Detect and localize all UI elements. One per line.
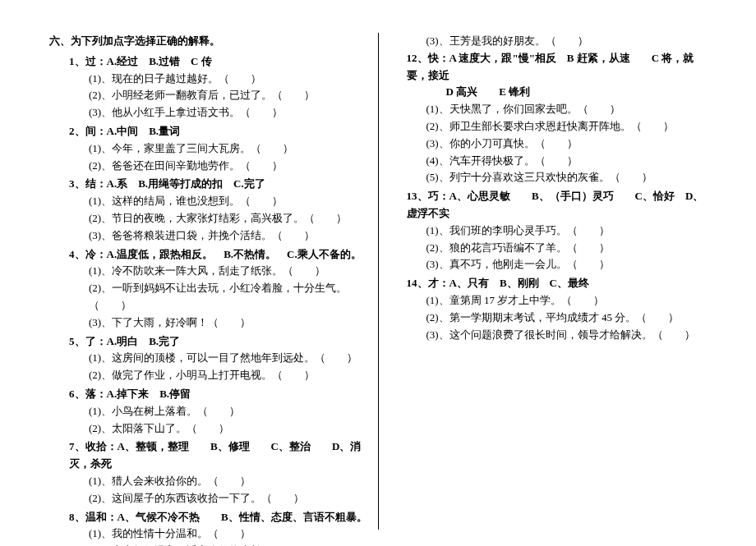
question-head: 6、落：A.掉下来 B.停留 <box>49 386 370 403</box>
question-head: 14、才：A、只有 B、刚刚 C、最终 <box>387 275 708 292</box>
question-sub: (1)、猎人会来收拾你的。（ ） <box>49 473 370 490</box>
question-block: 2、间：A.中间 B.量词(1)、今年，家里盖了三间大瓦房。（ ）(2)、爸爸还… <box>49 123 370 174</box>
question-sub: (1)、今年，家里盖了三间大瓦房。（ ） <box>49 140 370 158</box>
question-sub: (1)、我的性情十分温和。（ ） <box>49 525 370 543</box>
question-sub: (3)、下了大雨，好冷啊！（ ） <box>49 314 370 332</box>
question-sub: (2)、小明经老师一翻教育后，已过了。（ ） <box>49 87 370 104</box>
question-block: 8、温和：A、气候不冷不热 B、性情、态度、言语不粗暴。(1)、我的性情十分温和… <box>49 509 370 546</box>
question-sub: (3)、他从小红手上拿过语文书。（ ） <box>49 104 370 122</box>
question-head: 4、冷：A.温度低，跟热相反。 B.不热情。 C.乘人不备的。 <box>49 246 370 264</box>
question-sub: (1)、童第周 17 岁才上中学。（ ） <box>387 292 708 310</box>
question-block: 4、冷：A.温度低，跟热相反。 B.不热情。 C.乘人不备的。(1)、冷不防吹来… <box>49 246 370 332</box>
left-column: 六、为下列加点字选择正确的解释。 1、过：A.经过 B.过错 C 传(1)、现在… <box>41 33 379 530</box>
right-column: (3)、王芳是我的好朋友。（ ）12、快：A 速度大，跟"慢"相反 B 赶紧，从… <box>379 33 716 530</box>
question-sub: (2)、一听到妈妈不让出去玩，小红冷着脸，十分生气。（ ） <box>49 280 370 314</box>
question-head: 1、过：A.经过 B.过错 C 传 <box>49 53 370 71</box>
question-head: 3、结：A.系 B.用绳等打成的扣 C.完了 <box>49 176 370 193</box>
question-sub: (3)、你的小刀可真快。（ ） <box>387 135 708 153</box>
question-sub: (1)、冷不防吹来一阵大风，刮走了纸张。（ ） <box>49 263 370 280</box>
question-block: 7、收拾：A、整顿，整理 B、修理 C、整治 D、消灭，杀死(1)、猎人会来收拾… <box>49 438 370 507</box>
question-head-cont: D 高兴 E 锋利 <box>387 84 708 101</box>
question-block: 12、快：A 速度大，跟"慢"相反 B 赶紧，从速 C 将，就要，接近D 高兴 … <box>387 50 708 186</box>
question-sub: (3)、爸爸将粮装进口袋，并挽个活结。（ ） <box>49 227 370 245</box>
question-head: 13、巧：A、心思灵敏 B、（手口）灵巧 C、恰好 D、虚浮不实 <box>387 188 708 223</box>
question-sub: (5)、列宁十分喜欢这三只欢快的灰雀。（ ） <box>387 169 708 186</box>
question-sub: (1)、天快黑了，你们回家去吧。（ ） <box>387 101 708 118</box>
question-sub: (3)、这个问题浪费了很长时间，领导才给解决。（ ） <box>387 327 708 344</box>
question-head: 7、收拾：A、整顿，整理 B、修理 C、整治 D、消灭，杀死 <box>49 438 370 473</box>
question-sub: (2)、这间屋子的东西该收拾一下了。（ ） <box>49 490 370 507</box>
question-sub: (4)、汽车开得快极了。（ ） <box>387 153 708 170</box>
question-sub: (2)、第一学期期末考试，平均成绩才 45 分。（ ） <box>387 310 708 327</box>
question-sub: (2)、太阳落下山了。（ ） <box>49 420 370 438</box>
question-sub: (1)、这样的结局，谁也没想到。（ ） <box>49 193 370 210</box>
question-head: 12、快：A 速度大，跟"慢"相反 B 赶紧，从速 C 将，就要，接近 <box>387 50 708 85</box>
question-sub: (1)、现在的日子越过越好。（ ） <box>49 71 370 88</box>
question-head: 2、间：A.中间 B.量词 <box>49 123 370 140</box>
question-sub: (2)、做完了作业，小明马上打开电视。（ ） <box>49 367 370 384</box>
section-title: 六、为下列加点字选择正确的解释。 <box>49 33 370 50</box>
question-head: 5、了：A.明白 B.完了 <box>49 333 370 351</box>
question-sub: (1)、这房间的顶楼，可以一目了然地年到远处。（ ） <box>49 350 370 367</box>
question-sub: (2)、师卫生部长要求白求恩赶快离开阵地。（ ） <box>387 118 708 135</box>
question-sub: (1)、我们班的李明心灵手巧。（ ） <box>387 223 708 240</box>
question-block: 1、过：A.经过 B.过错 C 传(1)、现在的日子越过越好。（ ）(2)、小明… <box>49 53 370 122</box>
question-block: 5、了：A.明白 B.完了(1)、这房间的顶楼，可以一目了然地年到远处。（ ）(… <box>49 333 370 384</box>
question-sub: (3)、王芳是我的好朋友。（ ） <box>387 33 708 50</box>
question-head: 8、温和：A、气候不冷不热 B、性情、态度、言语不粗暴。 <box>49 509 370 526</box>
question-block: 14、才：A、只有 B、刚刚 C、最终(1)、童第周 17 岁才上中学。（ ）(… <box>387 275 708 343</box>
question-sub: (2)、广东气候温和，适宜农作物生长。（ ） <box>49 543 370 546</box>
question-sub: (2)、爸爸还在田间辛勤地劳作。（ ） <box>49 158 370 175</box>
question-sub: (2)、狼的花言巧语编不了羊。（ ） <box>387 240 708 257</box>
question-block: 6、落：A.掉下来 B.停留(1)、小鸟在树上落着。（ ）(2)、太阳落下山了。… <box>49 386 370 437</box>
question-block: 13、巧：A、心思灵敏 B、（手口）灵巧 C、恰好 D、虚浮不实(1)、我们班的… <box>387 188 708 273</box>
question-sub: (3)、真不巧，他刚走一会儿。（ ） <box>387 256 708 273</box>
question-block: 3、结：A.系 B.用绳等打成的扣 C.完了(1)、这样的结局，谁也没想到。（ … <box>49 176 370 244</box>
question-sub: (1)、小鸟在树上落着。（ ） <box>49 403 370 420</box>
question-sub: (2)、节日的夜晚，大家张灯结彩，高兴极了。（ ） <box>49 210 370 227</box>
